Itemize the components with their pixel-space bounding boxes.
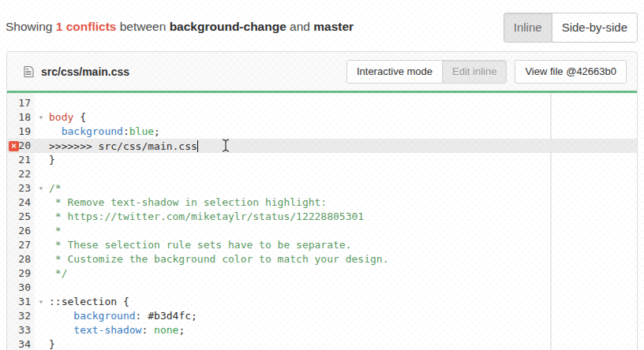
code-text[interactable] (49, 96, 637, 110)
fold-spacer (35, 252, 49, 266)
edit-inline-button[interactable]: Edit inline (442, 60, 507, 84)
line-number: 26 (7, 224, 35, 238)
file-panel-header: src/css/main.css Interactive mode Edit i… (7, 52, 637, 93)
code-line: 28 * Customize the background color to m… (7, 252, 637, 266)
code-line: 25 * https://twitter.com/miketaylr/statu… (7, 210, 637, 224)
view-file-button[interactable]: View file @42663b0 (515, 60, 627, 84)
code-text[interactable] (49, 167, 637, 181)
edit-mode-button-group: Interactive mode Edit inline (346, 60, 507, 84)
code-line: 32 background: #b3d4fc; (7, 309, 637, 323)
summary-middle: between (116, 20, 169, 33)
fold-spacer (35, 323, 49, 337)
code-text[interactable]: */ (49, 266, 637, 281)
line-number: 27 (7, 238, 35, 252)
line-number: 21 (7, 153, 35, 167)
code-line: 26 * (7, 224, 637, 238)
code-editor[interactable]: 161718▾body {19 background:blue;20✕>>>>>… (7, 93, 637, 350)
code-line: 20✕>>>>>>> src/css/main.css (7, 139, 637, 153)
line-number: 28 (7, 252, 35, 266)
fold-spacer (35, 195, 49, 210)
interactive-mode-button[interactable]: Interactive mode (346, 60, 443, 84)
code-text[interactable]: background: #b3d4fc; (49, 309, 637, 323)
code-line: 19 background:blue; (7, 125, 637, 139)
summary-prefix: Showing (6, 20, 56, 33)
code-text[interactable]: >>>>>>> src/css/main.css (49, 139, 637, 153)
fold-spacer (35, 281, 49, 295)
conflict-resolution-page: Showing 1 conflicts between background-c… (0, 0, 644, 350)
toggle-side-by-side-button[interactable]: Side-by-side (552, 13, 637, 42)
line-number: 24 (7, 195, 35, 210)
code-text[interactable]: text-shadow: none; (49, 323, 637, 337)
line-number: 22 (7, 167, 35, 181)
fold-spacer (35, 224, 49, 238)
code-text[interactable]: } (49, 153, 637, 167)
line-number: 23 (7, 181, 35, 195)
fold-toggle-icon[interactable]: ▾ (35, 110, 49, 125)
file-panel: src/css/main.css Interactive mode Edit i… (6, 51, 638, 350)
editor-column-ruler (550, 93, 552, 350)
code-text[interactable]: body { (49, 110, 637, 125)
code-line: 29 */ (7, 266, 637, 281)
line-number: 17 (7, 96, 35, 110)
code-line: 22 (7, 167, 637, 181)
line-number: 34 (7, 337, 35, 350)
code-line: 34} (7, 337, 637, 350)
fold-spacer (35, 125, 49, 139)
code-line: 27 * These selection rule sets have to b… (7, 238, 637, 252)
code-line: 24 * Remove text-shadow in selection hig… (7, 195, 637, 210)
conflict-summary: Showing 1 conflicts between background-c… (6, 20, 354, 34)
fold-toggle-icon[interactable]: ▾ (35, 181, 49, 195)
code-line: 18▾body { (7, 110, 637, 125)
line-number: 20✕ (7, 139, 35, 153)
code-text[interactable]: } (49, 337, 637, 350)
code-line: 21} (7, 153, 637, 167)
fold-spacer (35, 153, 49, 167)
branch-name-head: background-change (170, 20, 286, 33)
code-text[interactable] (49, 281, 637, 295)
toggle-inline-button[interactable]: Inline (504, 13, 552, 42)
line-number: 30 (7, 281, 35, 295)
text-caret (197, 140, 199, 152)
line-number: 33 (7, 323, 35, 337)
summary-joiner: and (286, 20, 313, 33)
conflict-count: 1 conflicts (56, 20, 117, 33)
fold-spacer (35, 96, 49, 110)
fold-spacer (35, 337, 49, 350)
fold-spacer (35, 139, 49, 153)
fold-spacer (35, 167, 49, 181)
line-number: 32 (7, 309, 35, 323)
fold-spacer (35, 238, 49, 252)
code-text[interactable]: /* (49, 181, 637, 195)
code-text[interactable]: * Remove text-shadow in selection highli… (49, 195, 637, 210)
fold-toggle-icon[interactable]: ▾ (35, 295, 49, 309)
code-text[interactable]: * These selection rule sets have to be s… (49, 238, 637, 252)
fold-spacer (35, 309, 49, 323)
file-header-buttons: Interactive mode Edit inline View file @… (346, 60, 627, 84)
conflict-error-icon: ✕ (9, 141, 19, 151)
line-number: 19 (7, 125, 35, 139)
code-text[interactable]: * (49, 224, 637, 238)
line-number: 31 (7, 295, 35, 309)
fold-spacer (35, 210, 49, 224)
line-number: 18 (7, 110, 35, 125)
code-rows: 161718▾body {19 background:blue;20✕>>>>>… (7, 93, 637, 350)
file-text-icon (24, 65, 34, 78)
code-line: 23▾/* (7, 181, 637, 195)
line-number: 29 (7, 266, 35, 281)
file-name: src/css/main.css (41, 65, 129, 78)
code-line: 33 text-shadow: none; (7, 323, 637, 337)
code-line: 31▾::selection { (7, 295, 637, 309)
fold-spacer (35, 266, 49, 281)
code-text[interactable]: background:blue; (49, 125, 637, 139)
line-number: 25 (7, 210, 35, 224)
code-text[interactable]: * https://twitter.com/miketaylr/status/1… (49, 210, 637, 224)
code-text[interactable]: * Customize the background color to matc… (49, 252, 637, 266)
code-line: 30 (7, 281, 637, 295)
file-title: src/css/main.css (24, 65, 129, 78)
code-text[interactable]: ::selection { (49, 295, 637, 309)
branch-name-base: master (313, 20, 354, 33)
code-line: 17 (7, 96, 637, 110)
view-mode-toggle: Inline Side-by-side (504, 13, 638, 43)
